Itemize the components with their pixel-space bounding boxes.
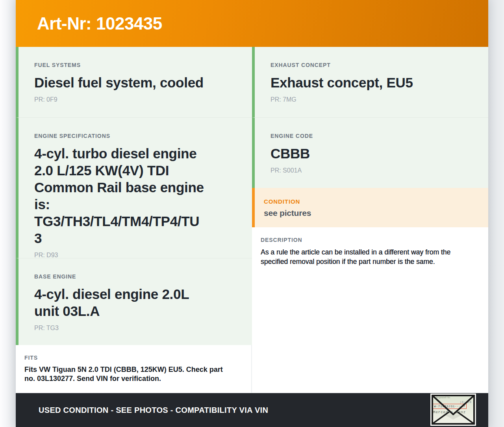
header-banner: Art-Nr: 1023435: [16, 0, 488, 47]
right-column: EXHAUST CONCEPT Exhaust concept, EU5 PR:…: [252, 47, 488, 393]
card-fuel-systems: FUEL SYSTEMS Diesel fuel system, cooled …: [16, 47, 252, 118]
card-fits: FITS Fits VW Tiguan 5N 2.0 TDI (CBBB, 12…: [16, 345, 252, 393]
card-engine-code: ENGINE CODE CBBB PR: S001A: [252, 118, 488, 188]
envelope-icon: [432, 395, 475, 425]
vin-thumbnail[interactable]: Fahrgestell-Nr. |4| A/6 W·71463J31··· 7 …: [430, 394, 476, 426]
pr-code: PR: 7MG: [271, 96, 472, 103]
condition-label: CONDITION: [264, 198, 479, 205]
card-title: Exhaust concept, EU5: [271, 74, 472, 91]
card-engine-specifications: ENGINE SPECIFICATIONS 4-cyl. turbo diese…: [16, 118, 252, 258]
card-label: BASE ENGINE: [34, 273, 235, 280]
card-label: FUEL SYSTEMS: [34, 62, 235, 69]
footer-text: USED CONDITION - SEE PHOTOS - COMPATIBIL…: [39, 406, 268, 415]
card-base-engine: BASE ENGINE 4-cyl. diesel engine 2.0L un…: [16, 258, 252, 345]
pr-code: PR: 0F9: [34, 96, 235, 103]
page-title: Art-Nr: 1023435: [37, 14, 162, 33]
card-label: ENGINE CODE: [271, 133, 472, 139]
card-title: Diesel fuel system, cooled: [34, 74, 235, 91]
pr-code: PR: S001A: [271, 167, 472, 174]
spec-grid: FUEL SYSTEMS Diesel fuel system, cooled …: [16, 47, 488, 393]
card-title: CBBB: [271, 145, 472, 162]
pr-code: PR: TG3: [34, 325, 235, 332]
card-label: DESCRIPTION: [261, 237, 479, 243]
description-text: As a rule the article can be installed i…: [261, 247, 463, 266]
card-condition: CONDITION see pictures: [252, 188, 488, 227]
card-title: 4-cyl. diesel engine 2.0L unit 03L.A: [34, 286, 215, 319]
card-label: FITS: [24, 355, 242, 361]
listing-container: Art-Nr: 1023435 FUEL SYSTEMS Diesel fuel…: [16, 0, 488, 427]
card-label: EXHAUST CONCEPT: [271, 62, 472, 69]
left-column: FUEL SYSTEMS Diesel fuel system, cooled …: [16, 47, 252, 393]
card-exhaust-concept: EXHAUST CONCEPT Exhaust concept, EU5 PR:…: [252, 47, 488, 118]
card-label: ENGINE SPECIFICATIONS: [34, 133, 235, 139]
condition-value: see pictures: [264, 208, 479, 218]
fits-text: Fits VW Tiguan 5N 2.0 TDI (CBBB, 125KW) …: [24, 365, 229, 383]
pr-code: PR: D93: [34, 252, 235, 259]
card-description: DESCRIPTION As a rule the article can be…: [252, 227, 488, 393]
footer-banner: USED CONDITION - SEE PHOTOS - COMPATIBIL…: [16, 393, 488, 427]
card-title: 4-cyl. turbo diesel engine 2.0 L/125 KW(…: [34, 145, 204, 247]
